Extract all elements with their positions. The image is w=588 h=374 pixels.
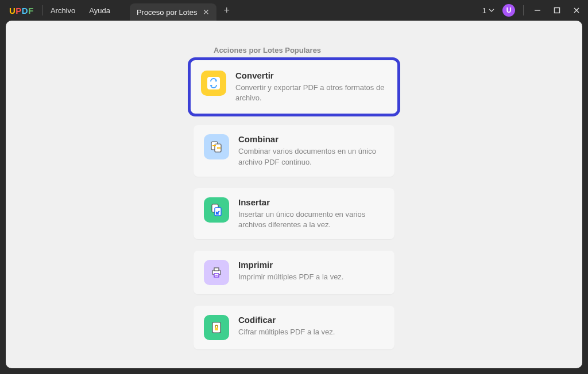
avatar[interactable]: U xyxy=(502,4,515,17)
titlebar: UPDF Archivo Ayuda Proceso por Lotes ✕ +… xyxy=(0,0,588,21)
card-title: Imprimir xyxy=(238,260,384,270)
window-count[interactable]: 1 xyxy=(482,6,494,15)
card-desc: Imprimir múltiples PDF a la vez. xyxy=(238,272,384,282)
action-card-convert[interactable]: Convertir Convertir y exportar PDF a otr… xyxy=(191,60,397,114)
card-desc: Cifrar múltiples PDF a la vez. xyxy=(238,327,384,337)
convert-icon xyxy=(201,71,226,96)
content-area: Acciones por Lotes Populares Convertir C… xyxy=(6,21,582,368)
combine-icon xyxy=(204,134,229,159)
close-button[interactable] xyxy=(571,7,582,14)
action-card-combine[interactable]: Combinar Combinar varios documentos en u… xyxy=(194,125,394,176)
new-tab-button[interactable]: + xyxy=(223,5,230,17)
encrypt-icon xyxy=(204,315,229,340)
card-title: Combinar xyxy=(238,134,384,144)
maximize-button[interactable] xyxy=(551,7,563,14)
card-desc: Convertir y exportar PDF a otros formato… xyxy=(235,83,387,103)
menu-file[interactable]: Archivo xyxy=(51,6,75,15)
svg-rect-14 xyxy=(215,328,218,330)
print-icon xyxy=(204,260,229,285)
action-card-print[interactable]: Imprimir Imprimir múltiples PDF a la vez… xyxy=(194,251,394,294)
chevron-down-icon xyxy=(489,9,494,12)
card-title: Codificar xyxy=(238,315,384,325)
card-desc: Combinar varios documentos en un único a… xyxy=(238,146,384,167)
minimize-button[interactable] xyxy=(532,7,543,14)
svg-rect-10 xyxy=(214,268,219,271)
tab-batch-process[interactable]: Proceso por Lotes ✕ xyxy=(130,3,217,21)
divider xyxy=(523,5,524,15)
close-icon[interactable]: ✕ xyxy=(203,7,210,17)
app-logo: UPDF xyxy=(9,6,34,15)
menu-help[interactable]: Ayuda xyxy=(89,6,110,15)
action-card-insert[interactable]: Insertar Insertar un único documento en … xyxy=(194,188,394,239)
card-title: Convertir xyxy=(235,71,387,80)
action-card-encrypt[interactable]: Codificar Cifrar múltiples PDF a la vez. xyxy=(194,306,394,349)
card-title: Insertar xyxy=(238,197,384,207)
action-card-list: Convertir Convertir y exportar PDF a otr… xyxy=(6,60,582,349)
insert-icon xyxy=(204,197,229,223)
card-desc: Insertar un único documento en varios ar… xyxy=(238,209,384,230)
tab-label: Proceso por Lotes xyxy=(137,8,198,17)
titlebar-right: 1 U xyxy=(482,4,582,17)
section-title: Acciones por Lotes Populares xyxy=(214,46,582,54)
svg-rect-1 xyxy=(555,8,560,13)
divider xyxy=(42,5,42,15)
